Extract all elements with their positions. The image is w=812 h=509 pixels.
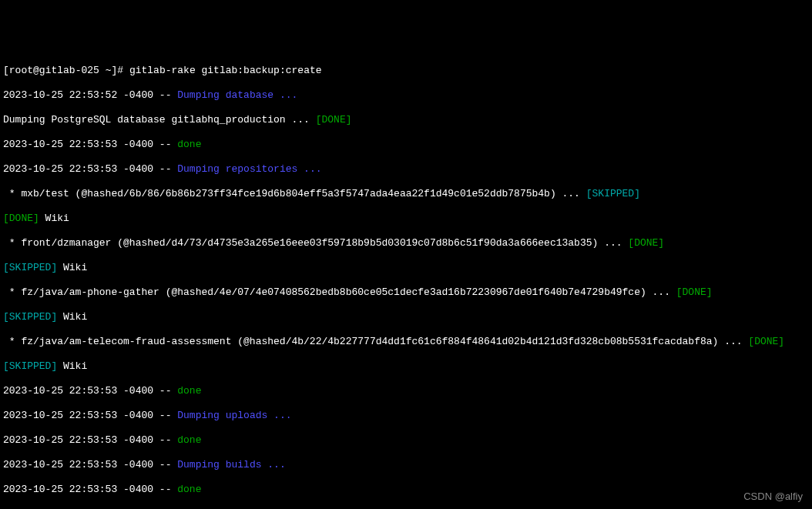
repo-line: * fz/java/am-telecom-fraud-assessment (@…	[3, 336, 809, 348]
prompt-line[interactable]: [root@gitlab-025 ~]# gitlab-rake gitlab:…	[3, 65, 809, 77]
log-line: 2023-10-25 22:53:53 -0400 -- done	[3, 484, 809, 496]
repo-line: * fz/java/am-phone-gather (@hashed/4e/07…	[3, 286, 809, 299]
prompt-path: ~	[106, 65, 112, 76]
log-line: 2023-10-25 22:53:53 -0400 -- done	[3, 385, 809, 397]
wiki-line: [DONE] Wiki	[3, 213, 809, 225]
repo-line: * mxb/test (@hashed/6b/86/6b86b273ff34fc…	[3, 188, 809, 200]
terminal-output: [root@gitlab-025 ~]# gitlab-rake gitlab:…	[3, 52, 809, 509]
log-line: 2023-10-25 22:53:53 -0400 -- Dumping upl…	[3, 410, 809, 422]
log-line: 2023-10-25 22:53:53 -0400 -- done	[3, 434, 809, 447]
command: gitlab-rake gitlab:backup:create	[129, 65, 322, 76]
wiki-line: [SKIPPED] Wiki	[3, 311, 809, 323]
wiki-line: [SKIPPED] Wiki	[3, 360, 809, 373]
repo-line: * front/dzmanager (@hashed/d4/73/d4735e3…	[3, 237, 809, 249]
log-line: 2023-10-25 22:53:53 -0400 -- Dumping rep…	[3, 163, 809, 176]
watermark: CSDN @alfiy	[743, 491, 803, 503]
prompt-user: root	[9, 65, 33, 76]
wiki-line: [SKIPPED] Wiki	[3, 262, 809, 274]
prompt-host: gitlab-025	[39, 65, 99, 76]
log-line: 2023-10-25 22:53:53 -0400 -- done	[3, 139, 809, 151]
log-line: 2023-10-25 22:53:52 -0400 -- Dumping dat…	[3, 89, 809, 102]
log-line: 2023-10-25 22:53:53 -0400 -- Dumping bui…	[3, 459, 809, 471]
log-line: Dumping PostgreSQL database gitlabhq_pro…	[3, 114, 809, 126]
